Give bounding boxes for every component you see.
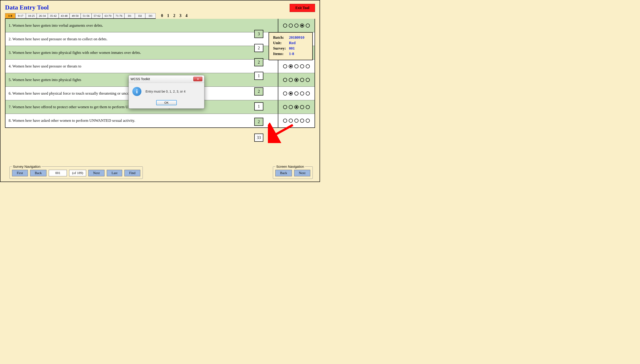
scale-3: 3 bbox=[178, 13, 183, 18]
radio-4-0[interactable] bbox=[283, 64, 287, 68]
dialog-title: WCSS Toolkit bbox=[131, 77, 150, 81]
radio-7-0[interactable] bbox=[283, 105, 287, 109]
batch-value: 20180910 bbox=[289, 35, 304, 40]
screen-next-button[interactable]: Next bbox=[294, 170, 310, 176]
item-text-8: 8. Women here have asked other women to … bbox=[6, 114, 278, 128]
next-button[interactable]: Next bbox=[88, 170, 104, 176]
radio-7-3[interactable] bbox=[300, 105, 304, 109]
scale-4: 4 bbox=[184, 13, 189, 18]
unit-label: Unit: bbox=[273, 41, 289, 45]
radio-4-3[interactable] bbox=[300, 64, 304, 68]
item-row-3: 3. Women here have gotten into physical … bbox=[6, 46, 315, 60]
radio-6-2[interactable] bbox=[294, 92, 298, 96]
back-button[interactable]: Back bbox=[30, 170, 47, 176]
radio-1-3[interactable] bbox=[300, 24, 304, 28]
survey-count: (of 189) bbox=[69, 170, 86, 176]
radio-1-2[interactable] bbox=[294, 24, 298, 28]
radio-4-1[interactable] bbox=[289, 64, 293, 68]
validation-dialog: WCSS Toolkit ✕ i Entry must be 0, 1, 2, … bbox=[128, 75, 204, 109]
survey-number-input[interactable] bbox=[49, 170, 67, 176]
tab-d3[interactable]: D3 bbox=[145, 13, 156, 18]
tab-35-42[interactable]: 35-42 bbox=[48, 13, 59, 18]
tab-9-17[interactable]: 9-17 bbox=[16, 13, 26, 18]
item-row-2: 2. Women here have used pressure or thre… bbox=[6, 32, 315, 46]
survey-nav-title: Survey Navigation bbox=[12, 164, 42, 168]
scale-1: 1 bbox=[166, 13, 170, 18]
radio-1-0[interactable] bbox=[283, 24, 287, 28]
radio-4-2[interactable] bbox=[294, 64, 298, 68]
survey-navigation: Survey Navigation First Back (of 189) Ne… bbox=[10, 164, 143, 179]
items-value: 1-8 bbox=[289, 52, 294, 56]
radio-4-4[interactable] bbox=[306, 64, 310, 68]
radio-5-1[interactable] bbox=[289, 78, 293, 82]
batch-label: Batch: bbox=[273, 35, 289, 40]
radio-6-4[interactable] bbox=[306, 92, 310, 96]
radio-8-1[interactable] bbox=[289, 118, 293, 123]
dialog-message: Entry must be 0, 1, 2, 3, or 4 bbox=[145, 90, 186, 93]
item-row-1: 1. Women here have gotten into verbal ar… bbox=[6, 19, 315, 32]
item-radios-7 bbox=[278, 100, 315, 114]
item-radios-8 bbox=[278, 114, 315, 128]
radio-1-1[interactable] bbox=[289, 24, 293, 28]
tab-57-62[interactable]: 57-62 bbox=[92, 13, 102, 18]
item-radios-5 bbox=[278, 73, 315, 86]
value-input-5[interactable] bbox=[254, 88, 263, 96]
close-icon: ✕ bbox=[197, 78, 199, 81]
item-radios-1 bbox=[278, 19, 315, 32]
app-title: Data Entry Tool bbox=[5, 4, 49, 11]
radio-5-3[interactable] bbox=[300, 78, 304, 82]
radio-5-0[interactable] bbox=[283, 78, 287, 82]
radio-6-3[interactable] bbox=[300, 92, 304, 96]
tab-d2[interactable]: D2 bbox=[135, 13, 145, 18]
last-button[interactable]: Last bbox=[107, 170, 122, 176]
tab-51-56[interactable]: 51-56 bbox=[81, 13, 92, 18]
tab-71-76[interactable]: 71-76 bbox=[114, 13, 124, 18]
items-label: Items: bbox=[273, 52, 289, 56]
radio-7-4[interactable] bbox=[306, 105, 310, 109]
item-text-2: 2. Women here have used pressure or thre… bbox=[6, 32, 278, 46]
survey-label: Survey: bbox=[273, 46, 289, 51]
exit-button[interactable]: Exit Tool bbox=[290, 4, 315, 12]
radio-5-2[interactable] bbox=[294, 78, 298, 82]
screen-back-button[interactable]: Back bbox=[275, 170, 292, 176]
first-button[interactable]: First bbox=[12, 170, 28, 176]
radio-7-2[interactable] bbox=[294, 105, 298, 109]
item-text-4: 4. Women here have used pressure or thre… bbox=[6, 60, 278, 73]
find-button[interactable]: Find bbox=[124, 170, 140, 176]
radio-6-0[interactable] bbox=[283, 92, 287, 96]
value-input-2[interactable] bbox=[254, 44, 263, 52]
tab-d1[interactable]: D1 bbox=[124, 13, 135, 18]
item-radios-4 bbox=[278, 60, 315, 73]
value-input-3[interactable] bbox=[254, 58, 263, 66]
dialog-close-button[interactable]: ✕ bbox=[193, 77, 202, 81]
value-input-6[interactable] bbox=[254, 102, 263, 110]
scale-header: 01234 bbox=[160, 13, 189, 19]
radio-5-4[interactable] bbox=[306, 78, 310, 82]
value-input-1[interactable] bbox=[254, 30, 263, 38]
dialog-ok-button[interactable]: OK bbox=[156, 100, 177, 105]
radio-8-4[interactable] bbox=[306, 118, 310, 123]
radio-8-0[interactable] bbox=[283, 118, 287, 123]
tab-18-25[interactable]: 18-25 bbox=[26, 13, 37, 18]
radio-1-4[interactable] bbox=[306, 24, 310, 28]
info-panel: Batch:20180910 Unit:Red Survey:001 Items… bbox=[269, 32, 313, 60]
scale-2: 2 bbox=[172, 13, 176, 18]
unit-value: Red bbox=[289, 41, 296, 45]
info-icon: i bbox=[132, 87, 141, 96]
radio-7-1[interactable] bbox=[289, 105, 293, 109]
radio-6-1[interactable] bbox=[289, 92, 293, 96]
screen-navigation: Screen Navigation Back Next bbox=[273, 164, 313, 179]
screen-nav-title: Screen Navigation bbox=[275, 164, 305, 168]
tab-43-48[interactable]: 43-48 bbox=[59, 13, 70, 18]
tab-1-8[interactable]: 1-8 bbox=[5, 13, 16, 18]
radio-8-3[interactable] bbox=[300, 118, 304, 123]
value-input-8[interactable] bbox=[254, 134, 263, 142]
tab-49-50[interactable]: 49-50 bbox=[70, 13, 80, 18]
value-input-4[interactable] bbox=[254, 72, 263, 80]
value-input-7[interactable] bbox=[254, 118, 263, 126]
tab-bar: 1-89-1718-2526-3435-4243-4849-5051-5657-… bbox=[5, 13, 156, 19]
tab-26-34[interactable]: 26-34 bbox=[37, 13, 48, 18]
radio-8-2[interactable] bbox=[294, 118, 298, 123]
item-row-4: 4. Women here have used pressure or thre… bbox=[6, 60, 315, 73]
tab-63-70[interactable]: 63-70 bbox=[102, 13, 113, 18]
